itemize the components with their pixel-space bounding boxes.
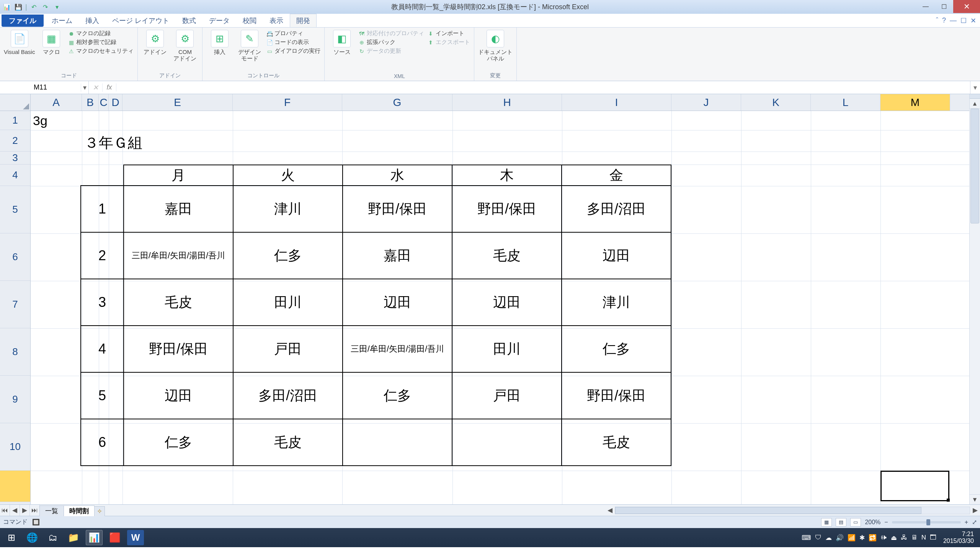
tt-cell[interactable] bbox=[452, 419, 562, 466]
export-button[interactable]: ⬆エクスポート bbox=[427, 39, 470, 46]
save-icon[interactable]: 💾 bbox=[14, 2, 23, 11]
formula-input[interactable] bbox=[116, 83, 970, 91]
start-button[interactable]: ⊞ bbox=[3, 530, 20, 545]
vertical-scrollbar[interactable]: ▲ ▼ bbox=[969, 94, 980, 504]
period-cell[interactable]: 1 bbox=[81, 186, 124, 232]
tab-view[interactable]: 表示 bbox=[263, 14, 290, 27]
tt-cell[interactable]: 仁多 bbox=[343, 372, 452, 419]
tray-bluetooth-icon[interactable]: ✱ bbox=[859, 534, 865, 542]
tab-pagelayout[interactable]: ページ レイアウト bbox=[106, 14, 176, 27]
row-header[interactable]: 9 bbox=[0, 376, 30, 423]
addins-button[interactable]: ⚙ アドイン bbox=[142, 30, 168, 55]
scroll-thumb[interactable] bbox=[970, 109, 979, 223]
source-button[interactable]: ◧ ソース bbox=[328, 30, 355, 55]
tt-cell[interactable]: 三田/牟田/矢田/湯田/吾川 bbox=[343, 326, 452, 372]
record-macro-button[interactable]: ⏺マクロの記録 bbox=[68, 30, 134, 37]
period-cell[interactable]: 4 bbox=[81, 326, 124, 372]
tt-cell[interactable]: 仁多 bbox=[562, 326, 671, 372]
workbook-minimize-icon[interactable]: — bbox=[950, 16, 957, 24]
col-header[interactable]: L bbox=[811, 94, 880, 111]
view-code-button[interactable]: 📄コードの表示 bbox=[266, 39, 320, 46]
col-header[interactable]: K bbox=[741, 94, 811, 111]
cancel-formula-icon[interactable]: ✕ bbox=[89, 83, 103, 92]
tray-lan-icon[interactable]: 🖧 bbox=[901, 534, 907, 541]
scroll-up-icon[interactable]: ▲ bbox=[970, 99, 980, 109]
tt-cell[interactable]: 毛皮 bbox=[562, 419, 671, 466]
row-header[interactable]: 7 bbox=[0, 281, 30, 328]
col-header[interactable]: C bbox=[99, 94, 109, 111]
period-cell[interactable]: 3 bbox=[81, 279, 124, 326]
insert-sheet-icon[interactable]: ✧ bbox=[94, 506, 105, 516]
tt-cell[interactable]: 野田/保田 bbox=[124, 326, 233, 372]
redo-icon[interactable]: ↷ bbox=[41, 2, 50, 11]
sheet-nav-last-icon[interactable]: ⏭ bbox=[30, 505, 40, 516]
col-header[interactable]: A bbox=[31, 94, 82, 111]
tt-cell[interactable]: 津川 bbox=[233, 186, 343, 232]
split-handle[interactable] bbox=[970, 94, 980, 99]
tt-cell[interactable]: 野田/保田 bbox=[562, 372, 671, 419]
tt-cell[interactable]: 辺田 bbox=[124, 372, 233, 419]
scroll-down-icon[interactable]: ▼ bbox=[970, 494, 980, 504]
taskbar-explorer-icon[interactable]: 📁 bbox=[65, 530, 82, 545]
sheet-nav-prev-icon[interactable]: ◀ bbox=[10, 505, 20, 516]
tt-cell[interactable]: 戸田 bbox=[452, 372, 562, 419]
row-header[interactable]: 1 bbox=[0, 111, 30, 130]
import-button[interactable]: ⬇インポート bbox=[427, 30, 470, 37]
row-header[interactable]: 4 bbox=[0, 165, 30, 186]
row-header[interactable]: 10 bbox=[0, 423, 30, 471]
map-properties-button[interactable]: 🗺対応付けのプロパティ bbox=[358, 30, 424, 37]
fullscreen-icon[interactable]: ⤢ bbox=[972, 518, 977, 526]
fx-icon[interactable]: fx bbox=[103, 83, 116, 91]
day-header[interactable]: 木 bbox=[452, 165, 562, 186]
row-header[interactable]: 3 bbox=[0, 152, 30, 165]
tray-volume-icon[interactable]: 🔊 bbox=[836, 534, 844, 542]
visual-basic-button[interactable]: 📄 Visual Basic bbox=[4, 30, 35, 55]
ribbon-min-arrow-icon[interactable]: ˆ bbox=[936, 16, 938, 24]
sheet-tab[interactable]: 一覧 bbox=[39, 505, 64, 516]
taskbar-excel-icon[interactable]: 📊 bbox=[86, 530, 103, 545]
workbook-close-icon[interactable]: ✕ bbox=[970, 16, 976, 25]
col-header[interactable]: J bbox=[671, 94, 741, 111]
tray-cloud-icon[interactable]: ☁ bbox=[825, 534, 832, 542]
design-mode-button[interactable]: ✎ デザイン モード bbox=[236, 30, 263, 62]
tt-cell[interactable]: 毛皮 bbox=[124, 279, 233, 326]
macros-button[interactable]: ▦ マクロ bbox=[38, 30, 65, 55]
relative-ref-button[interactable]: ▦相対参照で記録 bbox=[68, 39, 134, 46]
row-header[interactable]: 5 bbox=[0, 186, 30, 233]
taskbar-word-icon[interactable]: W bbox=[127, 530, 144, 545]
row-header[interactable]: 2 bbox=[0, 130, 30, 152]
tray-n-icon[interactable]: N bbox=[921, 534, 926, 541]
zoom-level[interactable]: 200% bbox=[865, 519, 880, 526]
hscroll-thumb[interactable] bbox=[615, 507, 921, 514]
zoom-handle[interactable] bbox=[926, 519, 930, 525]
tab-home[interactable]: ホーム bbox=[45, 14, 79, 27]
day-header[interactable]: 水 bbox=[343, 165, 452, 186]
tt-cell[interactable]: 田川 bbox=[452, 326, 562, 372]
tt-cell[interactable]: 辺田 bbox=[452, 279, 562, 326]
scroll-left-icon[interactable]: ◀ bbox=[605, 506, 615, 514]
scroll-right-icon[interactable]: ▶ bbox=[970, 506, 980, 514]
tray-sync-icon[interactable]: 🔁 bbox=[869, 534, 877, 542]
cell-a1[interactable]: 3g bbox=[33, 113, 47, 128]
tab-file[interactable]: ファイル bbox=[2, 15, 44, 27]
taskbar-app-icon[interactable]: 🟥 bbox=[106, 530, 123, 545]
zoom-out-icon[interactable]: − bbox=[884, 519, 888, 526]
taskbar-libraries-icon[interactable]: 🗂 bbox=[44, 530, 61, 545]
name-box-dropdown-icon[interactable]: ▾ bbox=[81, 83, 88, 92]
col-header-selected[interactable]: M bbox=[880, 94, 950, 111]
tt-cell[interactable]: 毛皮 bbox=[452, 232, 562, 279]
col-header[interactable]: D bbox=[109, 94, 122, 111]
tt-cell[interactable]: 嘉田 bbox=[124, 186, 233, 232]
col-header[interactable]: G bbox=[342, 94, 452, 111]
col-header[interactable]: F bbox=[233, 94, 342, 111]
tt-cell[interactable]: 田川 bbox=[233, 279, 343, 326]
name-box[interactable]: ▾ bbox=[0, 81, 89, 94]
tt-cell[interactable] bbox=[343, 419, 452, 466]
com-addins-button[interactable]: ⚙ COM アドイン bbox=[172, 30, 198, 62]
tt-cell[interactable]: 毛皮 bbox=[233, 419, 343, 466]
tray-ime-icon[interactable]: ⌨ bbox=[802, 534, 811, 542]
tt-cell[interactable]: 野田/保田 bbox=[452, 186, 562, 232]
tt-cell[interactable]: 嘉田 bbox=[343, 232, 452, 279]
tt-cell[interactable]: 津川 bbox=[562, 279, 671, 326]
tray-speaker-icon[interactable]: 🕪 bbox=[880, 534, 887, 541]
